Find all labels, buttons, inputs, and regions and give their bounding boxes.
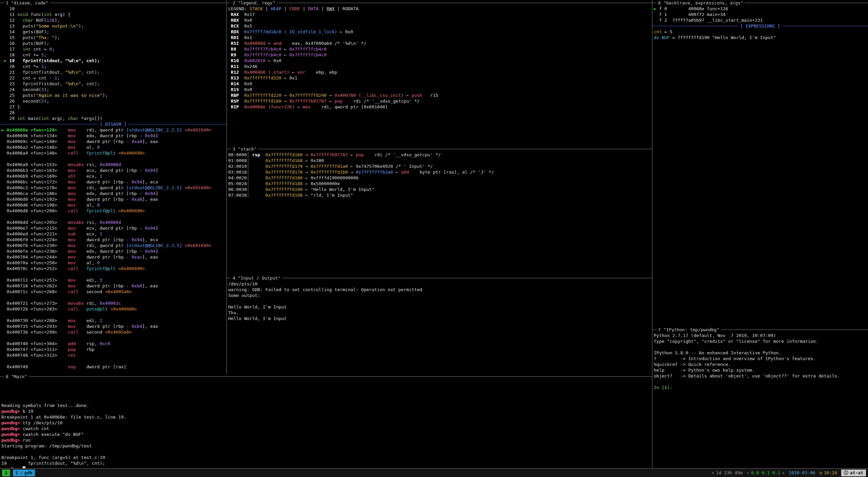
- pane-backtrace-expressions[interactable]: 6 "backtrace, expressions, args" ► f 0 4…: [652, 0, 868, 327]
- uptime-arrow-icon: ↑: [712, 470, 715, 476]
- pane-title-label: 4 "Input / Output": [231, 275, 282, 281]
- registers-listing: LEGEND: STACK | HEAP | CODE | DATA | RWX…: [227, 6, 652, 110]
- border-line: [652, 330, 656, 330]
- load-open-bracket: ‹: [747, 470, 749, 476]
- hostname-badge: ⓘ at-at: [841, 470, 866, 476]
- ipython-console[interactable]: Python 2.7.17 (default, Nov 7 2019, 10:0…: [652, 333, 868, 390]
- window-name: gdb: [24, 470, 32, 476]
- border-line: [0, 3, 4, 3]
- tmux-pane-area: 1 "disasm, code" 10 11 void func(int arg…: [0, 0, 868, 468]
- status-right: ↑ 1d 23h 49m ‹ 0.0 0.1 0.1 › 2020-03-06 …: [712, 470, 866, 476]
- time-value: 10:24: [824, 470, 837, 476]
- border-line: [745, 3, 868, 3]
- pane-main-gdb-console[interactable]: 8 "Main" Reading symbols from test...don…: [0, 374, 652, 468]
- disasm-section-divider: [ DISASM ]: [0, 121, 227, 127]
- window-separator-icon: ›: [20, 470, 23, 476]
- pane-stack[interactable]: 3 "stack" 00:0000│ rsp 0x7fffffffd160 → …: [227, 146, 652, 275]
- border-line: [227, 278, 231, 278]
- border-line: [50, 3, 227, 3]
- border-line: [282, 278, 652, 278]
- disassembly-listing: ► 0x40068e <func+126> mov rdi, qword ptr…: [0, 127, 227, 370]
- pane-title-stack: 3 "stack": [227, 146, 652, 152]
- border-line: [29, 376, 652, 377]
- info-icon: ⓘ: [844, 470, 848, 476]
- stack-listing: 00:0000│ rsp 0x7fffffffd160 → 0x7ffff7b9…: [227, 152, 652, 198]
- border-line: [258, 149, 652, 149]
- divider-line: [0, 124, 98, 124]
- border-line: [0, 376, 4, 377]
- backtrace-frames: ► f 0 40068e func+126 f 1 400772 main+34…: [652, 6, 868, 23]
- pane-title-label: 3 "stack": [231, 146, 258, 152]
- pane-title-label: 7 "IPython: tmp/pwndbg": [656, 327, 721, 333]
- border-line: [227, 149, 231, 149]
- pane-disasm-code[interactable]: 1 "disasm, code" 10 11 void func(int arg…: [0, 0, 227, 374]
- load-close-bracket: ›: [782, 470, 785, 476]
- border-line: [652, 3, 656, 3]
- border-line: [277, 3, 652, 3]
- pane-title-io: 4 "Input / Output": [227, 275, 652, 281]
- divider-line: [652, 26, 738, 26]
- pane-title-label: 2 "legend, regs": [231, 0, 277, 6]
- hostname-value: at-at: [850, 470, 863, 476]
- uptime-indicator: ↑ 1d 23h 49m: [712, 470, 743, 476]
- middle-column: 2 "legend, regs" LEGEND: STACK | HEAP | …: [227, 0, 652, 374]
- pane-title-main: 8 "Main": [0, 374, 652, 379]
- clock-icon: ◷: [819, 470, 822, 476]
- terminal-screen: 1 "disasm, code" 10 11 void func(int arg…: [0, 0, 868, 477]
- upper-panes-row: 1 "disasm, code" 10 11 void func(int arg…: [0, 0, 652, 374]
- tmux-window-tab-gdb[interactable]: 1 › gdb: [13, 470, 35, 476]
- expressions-section-divider: [ EXPRESSIONS ]: [652, 23, 868, 29]
- pane-title-label: 1 "disasm, code": [4, 0, 50, 6]
- load-average: ‹ 0.0 0.1 0.1 ›: [747, 470, 785, 476]
- window-index: 1: [16, 470, 18, 476]
- pane-ipython[interactable]: 7 "IPython: tmp/pwndbg" Python 2.7.17 (d…: [652, 327, 868, 468]
- expressions-section-label: [ EXPRESSIONS ]: [738, 23, 782, 29]
- pane-input-output[interactable]: 4 "Input / Output" /dev/pts/10warning: G…: [227, 275, 652, 374]
- watch-expressions: cnt = 5ds BUF = 7fffffffd190 "Hello Worl…: [652, 29, 868, 40]
- pane-title-regs: 2 "legend, regs": [227, 0, 652, 6]
- tmux-session-badge[interactable]: 2: [2, 470, 10, 476]
- disasm-section-label: [ DISASM ]: [98, 121, 128, 127]
- pane-title-label: 8 "Main": [4, 374, 29, 379]
- pane-title-label: 6 "backtrace, expressions, args": [656, 0, 745, 6]
- program-output: /dev/pts/10warning: GDB: Failed to set c…: [227, 281, 652, 321]
- pane-title-ipython: 7 "IPython: tmp/pwndbg": [652, 327, 868, 333]
- pane-title-disasm: 1 "disasm, code": [0, 0, 227, 6]
- gdb-console-output[interactable]: Reading symbols from test...done.pwndbg>…: [0, 379, 652, 468]
- date-display: 2020-03-06: [789, 470, 815, 476]
- time-display: ◷ 10:24: [819, 470, 837, 476]
- source-code-listing: 10 11 void func(int arg) { 12 char BUF[1…: [0, 6, 227, 121]
- pane-title-backtrace: 6 "backtrace, expressions, args": [652, 0, 868, 6]
- divider-line: [129, 124, 227, 124]
- border-line: [721, 330, 868, 330]
- right-column: 6 "backtrace, expressions, args" ► f 0 4…: [652, 0, 868, 468]
- uptime-value: 1d 23h 49m: [716, 470, 743, 476]
- pane-legend-regs[interactable]: 2 "legend, regs" LEGEND: STACK | HEAP | …: [227, 0, 652, 146]
- load-values: 0.0 0.1 0.1: [751, 470, 780, 476]
- divider-line: [782, 26, 868, 26]
- tmux-status-bar: 2 1 › gdb ↑ 1d 23h 49m ‹ 0.0 0.1 0.1 › 2…: [0, 468, 868, 477]
- border-line: [227, 3, 231, 3]
- left-middle-column: 1 "disasm, code" 10 11 void func(int arg…: [0, 0, 652, 468]
